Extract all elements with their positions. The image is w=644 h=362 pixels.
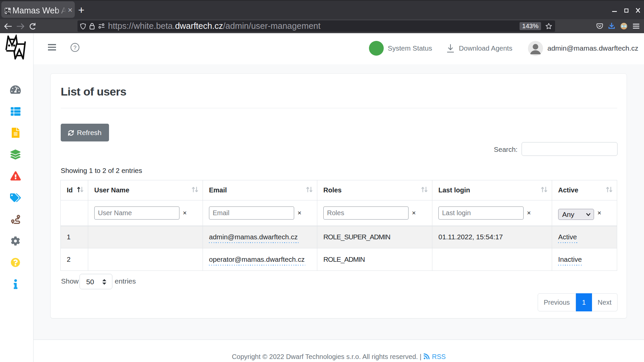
svg-text:?: ? <box>73 45 76 51</box>
